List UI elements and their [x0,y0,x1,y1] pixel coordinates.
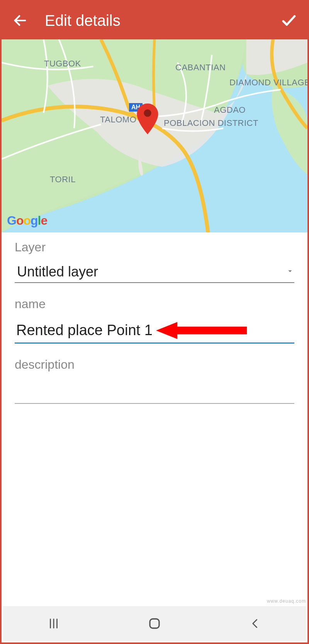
arrow-left-icon [12,13,28,28]
dropdown-caret-icon [286,267,294,277]
map-preview[interactable]: AH TUGBOK CABANTIAN DIAMOND VILLAGE AGDA… [2,39,307,232]
map-label: CABANTIAN [175,63,226,73]
description-label: description [15,358,294,372]
svg-marker-3 [156,322,247,339]
svg-point-2 [144,109,151,117]
nav-home-button[interactable] [143,612,166,635]
svg-rect-7 [150,619,159,628]
check-icon [280,12,297,29]
map-label: TUGBOK [44,59,81,69]
map-label: AGDAO [214,105,246,115]
description-input[interactable] [15,381,294,404]
name-input[interactable] [15,320,294,344]
name-field-group: name [15,297,294,344]
annotation-arrow-icon [156,319,249,344]
map-label: DIAMOND VILLAGE [229,78,307,87]
layer-select[interactable]: Untitled layer [15,264,294,283]
back-button[interactable] [11,11,29,30]
edit-form: Layer Untitled layer name description [2,232,307,404]
nav-recents-button[interactable] [42,612,65,635]
confirm-button[interactable] [280,11,298,30]
app-bar: Edit details [2,2,307,39]
map-label: TORIL [50,175,76,185]
name-label: name [15,297,294,311]
google-logo: Google [7,214,47,228]
system-nav-bar [3,606,306,641]
layer-value: Untitled layer [15,264,286,280]
watermark: www.deuaq.com [267,598,306,604]
map-pin-icon [137,103,158,136]
layer-field-group: Layer Untitled layer [15,240,294,283]
nav-back-button[interactable] [244,612,267,635]
map-label: TALOMO [100,115,136,125]
layer-label: Layer [15,240,294,254]
map-label: POBLACION DISTRICT [164,119,258,128]
page-title: Edit details [45,12,280,29]
description-field-group: description [15,358,294,404]
